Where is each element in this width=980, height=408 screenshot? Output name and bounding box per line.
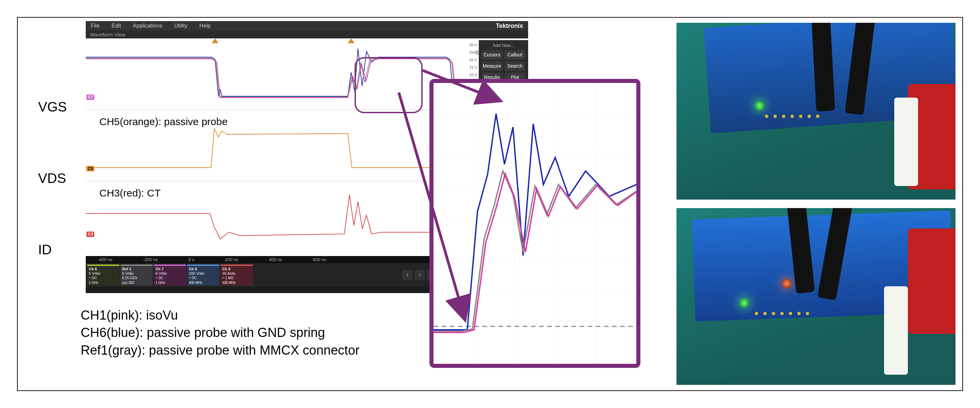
svg-marker-3: [348, 38, 355, 43]
menu-help[interactable]: Help: [199, 23, 211, 29]
led-green-icon: [755, 101, 764, 111]
channel-badge-ch6b[interactable]: Ch 6100 V/div ᴖ DC 400 MHz: [187, 265, 220, 286]
callout-arrows: [355, 45, 593, 351]
legend-ref1: Ref1(gray): passive probe with MMCX conn…: [81, 342, 360, 359]
probe-photo-top: [676, 23, 956, 200]
menu-edit[interactable]: Edit: [111, 23, 121, 29]
channel-badge-ref1[interactable]: Ref 15 V/div 6.25 GS/s rps: 002: [121, 265, 153, 286]
brand-logo: Tektronix: [496, 22, 523, 30]
figure-frame: VGS VDS ID File Edit Applications Utilit…: [17, 17, 963, 391]
menu-bar: File Edit Applications Utility Help Tekt…: [86, 21, 528, 30]
label-id: ID: [38, 242, 52, 257]
legend-block: CH1(pink): isoVu CH6(blue): passive prob…: [81, 307, 360, 359]
menu-applications[interactable]: Applications: [133, 23, 162, 29]
svg-line-4: [423, 70, 501, 101]
svg-line-5: [399, 92, 465, 320]
probe-photo-bottom: [676, 208, 956, 385]
marker-c5: C5: [86, 166, 94, 171]
svg-marker-2: [212, 38, 218, 43]
annot-ch5: CH5(orange): passive probe: [99, 116, 228, 127]
label-vds: VDS: [38, 171, 66, 186]
waveform-view-title: Waveform View: [86, 30, 528, 38]
led-green-icon: [740, 298, 749, 308]
menu-file[interactable]: File: [91, 23, 100, 29]
legend-ch6: CH6(blue): passive probe with GND spring: [81, 324, 360, 341]
label-vgs: VGS: [38, 99, 67, 114]
marker-c7: C7: [86, 95, 94, 100]
channel-badge-ch3[interactable]: Ch 316 A/div ᴖ 1 MΩ 500 MHz: [221, 265, 253, 286]
led-red-icon: [782, 279, 791, 288]
marker-c3: C3: [86, 232, 94, 237]
trigger-markers: [86, 38, 528, 45]
channel-badge-ch7[interactable]: Ch 75 V/div ᴖ DC 1 GHz: [154, 265, 186, 286]
channel-badge-ch6a[interactable]: Ch 65 V/div ᴖ DC 1 GHz: [87, 265, 119, 286]
menu-utility[interactable]: Utility: [174, 23, 188, 29]
legend-ch1: CH1(pink): isoVu: [81, 307, 360, 324]
annot-ch3: CH3(red): CT: [99, 187, 161, 199]
